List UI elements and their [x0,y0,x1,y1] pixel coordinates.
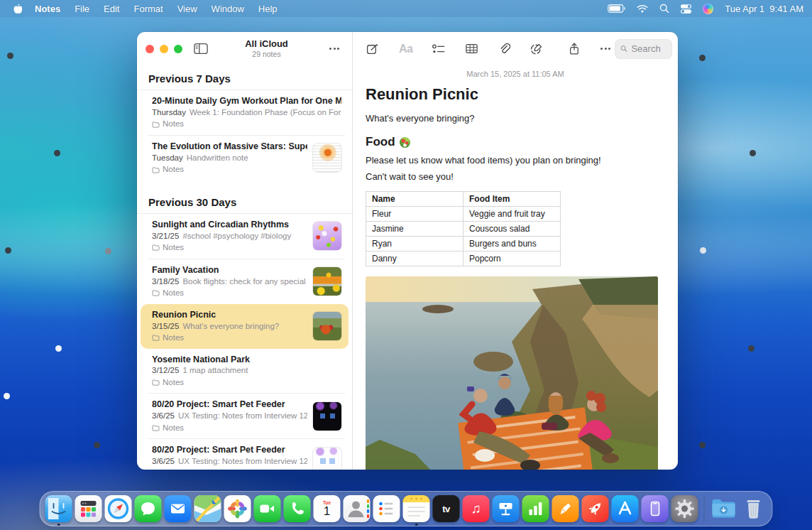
share-icon[interactable] [565,39,583,59]
dock-system-settings-icon[interactable] [671,495,698,522]
list-more-options-button[interactable] [325,43,344,54]
toggle-sidebar-button[interactable] [194,43,208,55]
green-salad-emoji-icon [400,137,410,148]
dock-finder-icon[interactable] [45,495,72,522]
minimize-button[interactable] [160,45,168,53]
note-list-item-yosemite[interactable]: Yosemite National Park 3/12/251 map atta… [141,349,349,394]
menu-bar-clock[interactable]: Tue Apr 1 9:41 AM [725,4,803,14]
dock-keynote-icon[interactable] [493,495,520,522]
table-cell[interactable]: Fleur [366,207,463,222]
food-table[interactable]: Name Food Item Fleur Veggie and fruit tr… [366,191,561,266]
dock-iphone-mirroring-icon[interactable] [642,495,669,522]
dock-notes-icon[interactable] [403,495,430,522]
note-editor[interactable]: March 15, 2025 at 11:05 AM Reunion Picni… [353,65,678,470]
dock-app-store-icon[interactable] [612,495,639,522]
spotlight-search-icon[interactable] [659,4,669,13]
folder-icon [152,425,160,431]
note-title[interactable]: Reunion Picnic [366,85,665,104]
wallpaper-dot [750,150,756,156]
note-item-preview: Handwritten note [187,153,248,162]
dock-phone-icon[interactable] [284,495,311,522]
dock-maps-icon[interactable] [194,495,221,522]
wallpaper-dot [748,345,755,352]
dock-launchpad-rocket-icon[interactable] [582,495,609,522]
dock-trash-icon[interactable] [740,495,767,522]
wallpaper-dot [699,55,706,61]
close-button[interactable] [146,45,154,53]
dock-downloads-folder-icon[interactable] [710,495,737,522]
note-intro-text[interactable]: What's everyone bringing? [366,113,665,124]
table-cell[interactable]: Popcorn [463,252,561,266]
note-more-options-button[interactable] [596,43,615,54]
wallpaper-dot [700,247,706,254]
dock-messages-icon[interactable] [135,495,162,522]
note-item-folder: Notes [163,332,184,344]
menu-item-window[interactable]: Window [204,4,251,14]
note-thumbnail-vacation [313,267,341,296]
note-list-item-circadian[interactable]: Sunlight and Circadian Rhythms 3/21/25#s… [141,214,349,259]
checklist-button[interactable] [429,40,449,58]
table-cell[interactable]: Couscous salad [463,222,561,237]
note-item-preview: UX Testing: Notes from Interview 12 (“Jc [178,457,307,465]
control-center-icon[interactable] [681,4,691,14]
table-cell[interactable]: Ryan [366,237,463,252]
siri-icon[interactable] [703,4,713,14]
menu-item-view[interactable]: View [170,4,204,14]
table-header-food-item[interactable]: Food Item [463,192,561,207]
food-heading[interactable]: Food [366,135,395,149]
battery-icon[interactable] [608,4,625,13]
folder-icon [152,290,160,296]
dock-facetime-icon[interactable] [254,495,281,522]
menu-item-help[interactable]: Help [251,4,285,14]
note-item-folder: Notes [163,377,184,389]
table-cell[interactable]: Veggie and fruit tray [463,207,561,222]
note-list-item-8020-project-2[interactable]: 80/20 Project: Smart Pet Feeder 3/6/25UX… [141,439,349,470]
search-field[interactable] [615,39,672,59]
note-item-title: The Evolution of Massive Stars: Supern..… [152,141,307,153]
dock-mail-icon[interactable] [165,495,192,522]
note-list-item-family-vacation[interactable]: Family Vacation 3/18/25Book flights: che… [141,259,349,304]
note-list-item-massive-stars[interactable]: The Evolution of Massive Stars: Supern..… [141,136,349,180]
table-cell[interactable]: Burgers and buns [463,237,561,252]
dock-calendar-icon[interactable]: Tue 1 [314,495,341,522]
zoom-button[interactable] [174,45,182,53]
note-body-line[interactable]: Can't wait to see you! [366,171,665,183]
wallpaper-dot [94,442,100,448]
wifi-icon[interactable] [637,4,648,13]
attachment-paperclip-icon[interactable] [495,39,513,58]
new-note-button[interactable] [363,39,382,58]
wallpaper-dot [105,248,111,254]
search-input[interactable] [631,43,666,54]
note-list-item-reunion-picnic-selected[interactable]: Reunion Picnic 3/15/25What's everyone br… [141,304,349,349]
format-text-button[interactable]: Aa [396,40,415,58]
menu-item-format[interactable]: Format [126,4,170,14]
dock-tv-icon[interactable]: tv [433,495,460,522]
note-body-line[interactable]: Please let us know what food items) you … [366,154,665,167]
table-cell[interactable]: Danny [366,252,463,266]
table-header-name[interactable]: Name [366,192,463,207]
menu-item-edit[interactable]: Edit [97,4,126,14]
table-cell[interactable]: Jasmine [366,222,463,237]
table-button[interactable] [462,40,481,58]
list-toolbar: All iCloud 29 notes [137,32,352,65]
folder-icon [152,335,160,341]
note-list-item-gym-workout[interactable]: 20-Minute Daily Gym Workout Plan for One… [141,90,349,135]
menu-bar: Notes File Edit Format View Window Help … [0,0,812,17]
dock-apps-grid-icon[interactable] [75,495,102,522]
note-date: March 15, 2025 at 11:05 AM [366,70,665,78]
notes-window: All iCloud 29 notes Previous 7 Days 20-M… [137,32,678,470]
dock-contacts-icon[interactable] [344,495,371,522]
note-list-item-8020-project-1[interactable]: 80/20 Project: Smart Pet Feeder 3/6/25UX… [141,394,349,438]
markup-icon[interactable] [527,39,547,58]
apple-menu-icon[interactable] [13,4,22,14]
dock-music-icon[interactable]: ♫ [463,495,490,522]
dock-safari-icon[interactable] [105,495,132,522]
picnic-photo[interactable] [366,276,658,470]
dock-reminders-icon[interactable] [373,495,400,522]
dock-pages-icon[interactable] [552,495,579,522]
dock-numbers-icon[interactable] [522,495,549,522]
menu-item-file[interactable]: File [67,4,97,14]
dock-photos-icon[interactable] [224,495,251,522]
note-thumbnail-picnic [313,312,341,340]
menu-item-notes[interactable]: Notes [28,4,67,14]
